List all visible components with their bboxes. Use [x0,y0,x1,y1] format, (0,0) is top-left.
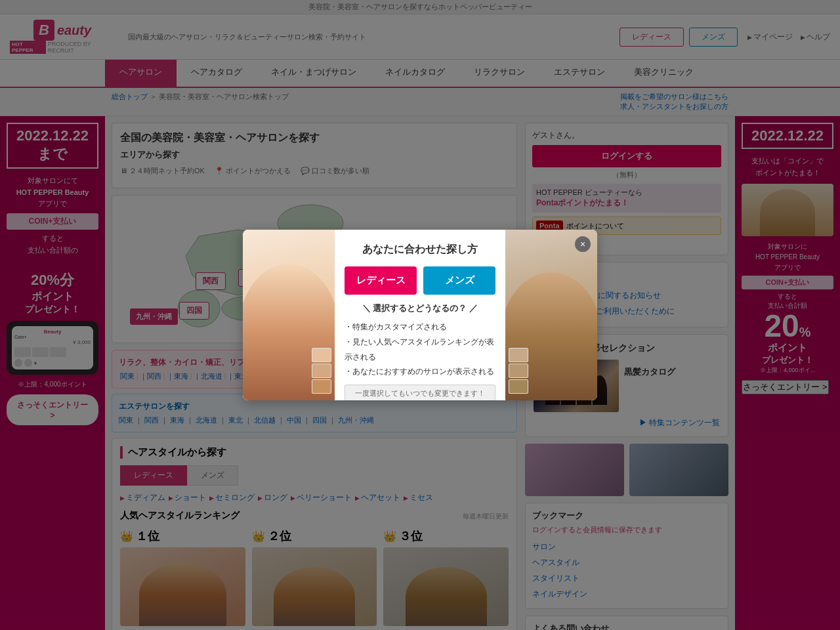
modal-mens-btn[interactable]: メンズ [423,266,495,295]
modal-benefits-list: ・特集がカスタマイズされる ・見たい人気ヘアスタイルランキングが表示される ・あ… [345,320,495,379]
modal-close-btn[interactable]: × [575,236,591,252]
modal-inner: あなたに合わせた探し方 レディース メンズ ＼ 選択するとどうなるの？ ／ ・特… [243,230,597,400]
modal-change-note: 一度選択してもいつでも変更できます！ [345,385,495,400]
modal-woman-img [243,230,335,400]
modal-ladies-btn[interactable]: レディース [345,266,417,295]
modal-man-img [505,230,597,400]
modal-title: あなたに合わせた探し方 [362,243,478,257]
modal-overlay[interactable]: × あなたに合わせた探し方 レディース メンズ ＼ 選択するとどうなるの [0,0,840,630]
modal-question: ＼ 選択するとどうなるの？ ／ [362,303,478,314]
gender-selection-modal: × あなたに合わせた探し方 レディース メンズ ＼ 選択するとどうなるの [243,230,597,400]
modal-gender-buttons: レディース メンズ [345,266,495,295]
modal-center-content: あなたに合わせた探し方 レディース メンズ ＼ 選択するとどうなるの？ ／ ・特… [335,230,505,400]
